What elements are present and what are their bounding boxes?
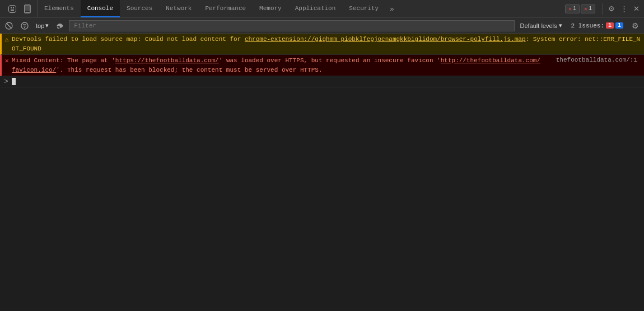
- x-icon-1: ✕: [568, 6, 572, 12]
- error-source[interactable]: thefootballdata.com/:1: [541, 56, 642, 63]
- devtools-icons: [2, 0, 38, 17]
- console-toolbar: top ▾ Default levels ▾ 2 Issues: 1 1 ⚙: [0, 18, 644, 34]
- filter-icon[interactable]: [18, 21, 31, 31]
- tab-elements[interactable]: Elements: [38, 0, 81, 17]
- error-count-1: 1: [573, 6, 576, 12]
- clear-console-icon[interactable]: [2, 21, 16, 31]
- svg-rect-5: [25, 6, 30, 11]
- console-input-row: >: [0, 76, 644, 87]
- close-icon[interactable]: ✕: [631, 3, 642, 14]
- svg-rect-2: [11, 10, 14, 11]
- cursor: [12, 78, 16, 85]
- mobile-icon[interactable]: [21, 3, 34, 15]
- default-levels-button[interactable]: Default levels ▾: [517, 21, 566, 30]
- tab-bar: Elements Console Sources Network Perform…: [0, 0, 644, 18]
- settings-icon[interactable]: ⚙: [606, 3, 617, 14]
- error-icon: ✕: [2, 56, 12, 65]
- console-settings-icon[interactable]: ⚙: [629, 20, 642, 31]
- https-link[interactable]: https://thefootballdata.com/: [115, 57, 219, 64]
- source-map-link[interactable]: chrome-extension://gighmm piobklfepjocna…: [245, 36, 526, 43]
- inspect-icon[interactable]: [6, 3, 19, 15]
- error-badge-2[interactable]: ✕ 1: [581, 4, 595, 13]
- error-count-2: 1: [589, 6, 592, 12]
- favicon-link[interactable]: http://thefootballdata.com/favicon.ico/: [12, 57, 540, 73]
- console-output: ⚠ DevTools failed to load source map: Co…: [0, 34, 644, 311]
- tab-network[interactable]: Network: [159, 0, 198, 17]
- svg-line-7: [7, 24, 11, 28]
- filter-input[interactable]: [69, 20, 514, 31]
- eye-icon[interactable]: [53, 22, 67, 30]
- tab-performance[interactable]: Performance: [198, 0, 253, 17]
- issues-error-badge: 1: [606, 22, 614, 29]
- tab-sources[interactable]: Sources: [120, 0, 159, 17]
- divider: [602, 3, 603, 15]
- top-label: top: [36, 22, 44, 29]
- issues-label: 2 Issues:: [571, 22, 604, 29]
- svg-rect-1: [13, 7, 14, 8]
- tab-security[interactable]: Security: [342, 0, 385, 17]
- x-icon-2: ✕: [584, 6, 587, 12]
- warning-message: DevTools failed to load source map: Coul…: [12, 35, 642, 53]
- default-levels-label: Default levels: [520, 22, 557, 29]
- error-message: Mixed Content: The page at 'https://thef…: [12, 56, 541, 75]
- error-badge-1[interactable]: ✕ 1: [565, 4, 580, 13]
- tab-console[interactable]: Console: [81, 0, 120, 17]
- error-badges: ✕ 1 ✕ 1: [562, 3, 599, 15]
- tab-memory[interactable]: Memory: [253, 0, 288, 17]
- tab-bar-right: ✕ 1 ✕ 1 ⚙ ⋮ ✕: [562, 3, 642, 15]
- more-tabs-button[interactable]: »: [385, 2, 398, 15]
- tab-application[interactable]: Application: [288, 0, 343, 17]
- console-row-warning: ⚠ DevTools failed to load source map: Co…: [0, 34, 644, 55]
- dropdown-arrow-icon: ▾: [45, 22, 49, 29]
- console-row-error: ✕ Mixed Content: The page at 'https://th…: [0, 55, 644, 76]
- levels-arrow-icon: ▾: [559, 22, 562, 29]
- warning-icon: ⚠: [2, 35, 12, 44]
- svg-rect-0: [11, 7, 12, 8]
- svg-rect-4: [26, 12, 29, 12]
- context-selector[interactable]: top ▾: [34, 21, 51, 30]
- more-options-icon[interactable]: ⋮: [618, 3, 630, 14]
- prompt-symbol: >: [2, 77, 12, 86]
- issues-info-badge: 1: [615, 22, 623, 29]
- issues-counter[interactable]: 2 Issues: 1 1: [568, 21, 627, 30]
